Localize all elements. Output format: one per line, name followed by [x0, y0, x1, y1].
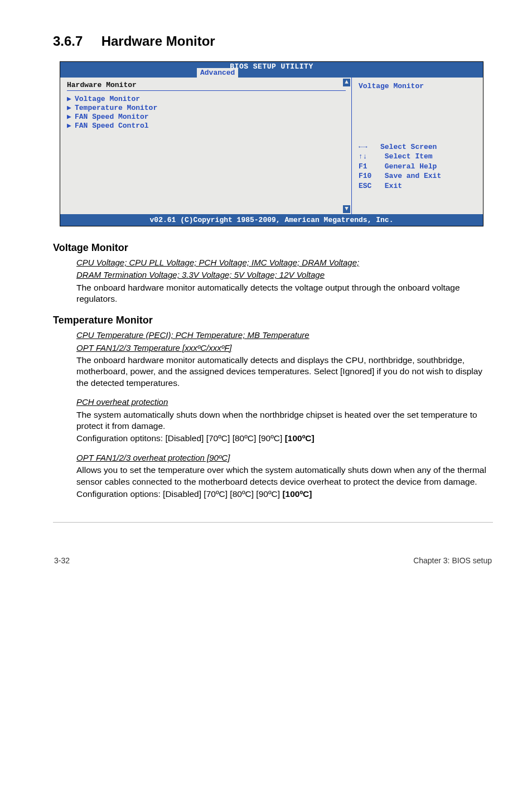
bios-screenshot: BIOS SETUP UTILITY Advanced ▲ Hardware M…: [60, 61, 483, 226]
triangle-icon: ▶: [67, 121, 75, 130]
bios-menu-label: Temperature Monitor: [75, 104, 157, 112]
key-help-line: ←→ Select Screen: [359, 143, 437, 151]
divider: [67, 90, 346, 91]
temp-item2-title: PCH overheat protection: [76, 397, 493, 408]
triangle-icon: ▶: [67, 103, 75, 112]
bios-titlebar: BIOS SETUP UTILITY Advanced: [60, 62, 483, 78]
scroll-up-icon: ▲: [343, 79, 350, 86]
section-heading: 3.6.7 Hardware Monitor: [53, 33, 493, 49]
triangle-icon: ▶: [67, 112, 75, 121]
voltage-item-title: CPU Voltage; CPU PLL Voltage; PCH Voltag…: [76, 257, 493, 268]
footer-divider: [53, 522, 493, 523]
voltage-body: The onboard hardware monitor automatical…: [76, 282, 493, 305]
bios-right-panel: Voltage Monitor ←→ Select Screen ↑↓ Sele…: [352, 78, 483, 214]
bios-menu-item: ▶Voltage Monitor: [67, 94, 346, 103]
bios-menu-item: ▶FAN Speed Control: [67, 121, 346, 130]
page-number: 3-32: [54, 556, 70, 565]
key-help-line: F10 Save and Exit: [359, 172, 441, 180]
config-options-text: Configuration optitons: [Disabled] [70ºC…: [76, 433, 285, 443]
section-number: 3.6.7: [53, 33, 98, 49]
temp-item2-body: The system automatically shuts down when…: [76, 409, 493, 432]
temperature-monitor-heading: Temperature Monitor: [53, 315, 493, 326]
scroll-down-icon: ▼: [343, 205, 350, 213]
bios-key-help: ←→ Select Screen ↑↓ Select Item F1 Gener…: [359, 132, 477, 201]
bios-title: BIOS SETUP UTILITY: [230, 62, 313, 71]
temp-item1-title: OPT FAN1/2/3 Temperature [xxxºC/xxxºF]: [76, 342, 493, 354]
temp-item1-title: CPU Temperature (PECI); PCH Temperature;…: [76, 330, 493, 341]
config-default: [100ºC]: [282, 489, 312, 499]
bios-context-help: Voltage Monitor: [359, 82, 477, 90]
temp-item1-body: The onboard hardware monitor automatical…: [76, 355, 493, 389]
key-help-line: F1 General Help: [359, 162, 437, 171]
bios-menu-label: FAN Speed Control: [75, 122, 149, 130]
section-title-text: Hardware Monitor: [101, 33, 215, 49]
triangle-icon: ▶: [67, 94, 75, 103]
bios-menu-label: FAN Speed Monitor: [75, 113, 149, 121]
bios-menu-item: ▶Temperature Monitor: [67, 103, 346, 112]
bios-left-heading: Hardware Monitor: [67, 81, 346, 89]
temp-item3-config: Configuration options: [Disabled] [70ºC]…: [76, 489, 493, 500]
config-options-text: Configuration options: [Disabled] [70ºC]…: [76, 489, 282, 499]
key-help-line: ESC Exit: [359, 182, 402, 190]
temp-item2-config: Configuration optitons: [Disabled] [70ºC…: [76, 433, 493, 444]
temp-item3-body: Allows you to set the temperature over w…: [76, 465, 493, 487]
chapter-label: Chapter 3: BIOS setup: [413, 556, 492, 565]
bios-tab-advanced: Advanced: [197, 68, 238, 78]
key-help-line: ↑↓ Select Item: [359, 152, 433, 161]
temp-item3-title: OPT FAN1/2/3 overheat protection [90ºC]: [76, 452, 493, 463]
bios-menu-label: Voltage Monitor: [75, 95, 140, 103]
config-default: [100ºC]: [285, 433, 315, 443]
bios-footer: v02.61 (C)Copyright 1985-2009, American …: [60, 214, 483, 226]
voltage-monitor-heading: Voltage Monitor: [53, 242, 493, 254]
bios-menu-item: ▶FAN Speed Monitor: [67, 112, 346, 121]
bios-left-panel: ▲ Hardware Monitor ▶Voltage Monitor ▶Tem…: [60, 78, 352, 214]
voltage-item-title: DRAM Termination Voltage; 3.3V Voltage; …: [76, 269, 493, 281]
